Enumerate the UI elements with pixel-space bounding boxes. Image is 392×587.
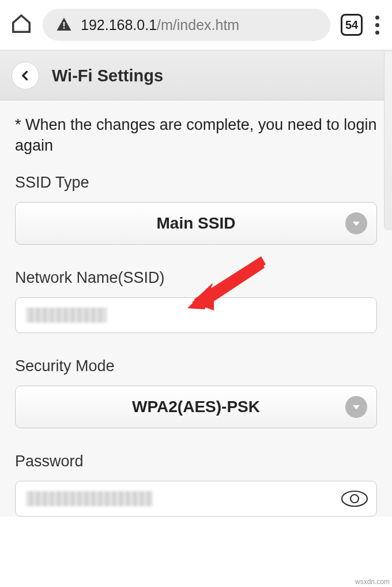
svg-rect-0 [63,22,65,27]
svg-marker-2 [353,222,360,226]
tab-count-value: 54 [345,18,358,32]
chevron-down-icon [345,212,367,234]
network-name-input[interactable] [15,297,377,333]
chevron-down-icon [345,396,367,418]
settings-form: * When the changes are complete, you nee… [0,100,392,517]
redacted-value [26,308,107,323]
security-mode-label: Security Mode [15,357,377,375]
redacted-value [26,491,153,506]
svg-marker-3 [353,405,360,410]
security-mode-select[interactable]: WPA2(AES)-PSK [15,386,377,428]
watermark: wsxdn.com [355,578,390,586]
page-header: Wi-Fi Settings [0,51,392,100]
url-text: 192.168.0.1/m/index.htm [81,17,239,33]
browser-toolbar: 192.168.0.1/m/index.htm 54 [0,0,392,50]
overflow-menu-icon[interactable] [373,13,382,37]
security-mode-value: WPA2(AES)-PSK [132,398,260,416]
toggle-password-visibility[interactable] [341,490,368,507]
ssid-type-select[interactable]: Main SSID [15,202,377,245]
network-name-label: Network Name(SSID) [15,269,377,287]
scrollbar[interactable] [384,51,392,230]
password-label: Password [15,453,377,470]
notice-text: * When the changes are complete, you nee… [15,114,377,156]
password-input[interactable] [15,481,377,517]
ssid-type-label: SSID Type [15,174,377,192]
svg-rect-1 [63,27,65,29]
ssid-type-value: Main SSID [157,214,236,233]
svg-point-4 [342,491,367,506]
back-button[interactable] [12,62,39,89]
address-bar[interactable]: 192.168.0.1/m/index.htm [43,9,330,41]
svg-point-5 [350,495,359,503]
home-icon[interactable] [10,13,32,37]
tab-count-button[interactable]: 54 [341,14,363,36]
page-title: Wi-Fi Settings [52,66,163,85]
url-path: /m/index.htm [157,17,239,33]
not-secure-icon [55,16,73,33]
url-host: 192.168.0.1 [81,17,157,33]
